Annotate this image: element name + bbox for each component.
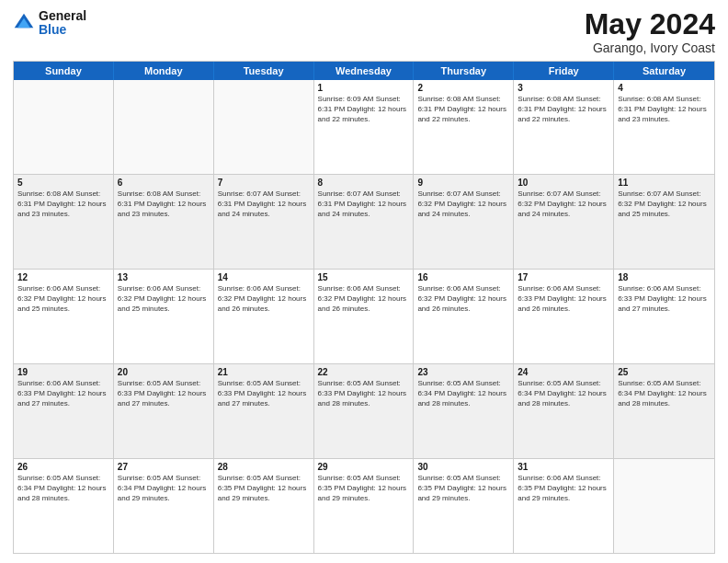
day-number: 19 [17, 367, 109, 377]
day-info: Sunrise: 6:08 AM Sunset: 6:31 PM Dayligh… [118, 190, 210, 219]
day-cell-18: 18Sunrise: 6:06 AM Sunset: 6:33 PM Dayli… [614, 270, 714, 363]
day-info: Sunrise: 6:05 AM Sunset: 6:33 PM Dayligh… [318, 379, 410, 408]
empty-cell [614, 459, 714, 553]
day-cell-22: 22Sunrise: 6:05 AM Sunset: 6:33 PM Dayli… [314, 364, 415, 458]
day-info: Sunrise: 6:05 AM Sunset: 6:34 PM Dayligh… [118, 474, 210, 503]
day-cell-30: 30Sunrise: 6:05 AM Sunset: 6:35 PM Dayli… [414, 459, 514, 553]
day-info: Sunrise: 6:08 AM Sunset: 6:31 PM Dayligh… [17, 190, 109, 219]
day-number: 4 [618, 83, 711, 93]
day-number: 5 [17, 178, 109, 188]
day-cell-14: 14Sunrise: 6:06 AM Sunset: 6:32 PM Dayli… [214, 270, 314, 363]
week-row-2: 5Sunrise: 6:08 AM Sunset: 6:31 PM Daylig… [14, 175, 714, 270]
day-cell-24: 24Sunrise: 6:05 AM Sunset: 6:34 PM Dayli… [514, 364, 614, 458]
day-number: 26 [17, 462, 109, 472]
day-number: 12 [17, 272, 109, 282]
day-info: Sunrise: 6:06 AM Sunset: 6:33 PM Dayligh… [618, 284, 711, 314]
header: General Blue May 2024 Garango, Ivory Coa… [13, 9, 715, 55]
day-cell-23: 23Sunrise: 6:05 AM Sunset: 6:34 PM Dayli… [414, 364, 514, 458]
day-number: 6 [118, 178, 210, 188]
day-cell-9: 9Sunrise: 6:07 AM Sunset: 6:32 PM Daylig… [414, 175, 514, 269]
week-row-1: 1Sunrise: 6:09 AM Sunset: 6:31 PM Daylig… [14, 80, 714, 175]
day-info: Sunrise: 6:06 AM Sunset: 6:33 PM Dayligh… [518, 284, 609, 314]
day-number: 28 [218, 462, 310, 472]
day-number: 17 [518, 272, 609, 282]
month-year: May 2024 [585, 9, 715, 39]
day-number: 24 [518, 367, 609, 377]
calendar: SundayMondayTuesdayWednesdayThursdayFrid… [13, 61, 715, 554]
logo-general: General [39, 9, 86, 23]
day-info: Sunrise: 6:05 AM Sunset: 6:34 PM Dayligh… [417, 379, 509, 408]
week-row-3: 12Sunrise: 6:06 AM Sunset: 6:32 PM Dayli… [14, 270, 714, 364]
day-number: 1 [318, 83, 410, 93]
day-cell-27: 27Sunrise: 6:05 AM Sunset: 6:34 PM Dayli… [114, 459, 214, 553]
day-info: Sunrise: 6:05 AM Sunset: 6:35 PM Dayligh… [318, 474, 410, 503]
day-cell-21: 21Sunrise: 6:05 AM Sunset: 6:33 PM Dayli… [214, 364, 314, 458]
day-info: Sunrise: 6:08 AM Sunset: 6:31 PM Dayligh… [618, 95, 711, 124]
day-number: 7 [218, 178, 310, 188]
day-number: 30 [417, 462, 509, 472]
day-cell-3: 3Sunrise: 6:08 AM Sunset: 6:31 PM Daylig… [514, 80, 614, 174]
day-headers: SundayMondayTuesdayWednesdayThursdayFrid… [14, 62, 714, 80]
day-number: 14 [218, 272, 310, 282]
week-row-4: 19Sunrise: 6:06 AM Sunset: 6:33 PM Dayli… [14, 364, 714, 459]
calendar-body: 1Sunrise: 6:09 AM Sunset: 6:31 PM Daylig… [14, 80, 714, 553]
logo: General Blue [13, 9, 86, 38]
day-cell-5: 5Sunrise: 6:08 AM Sunset: 6:31 PM Daylig… [14, 175, 114, 269]
empty-cell [114, 80, 214, 174]
day-cell-10: 10Sunrise: 6:07 AM Sunset: 6:32 PM Dayli… [514, 175, 614, 269]
day-info: Sunrise: 6:05 AM Sunset: 6:35 PM Dayligh… [417, 474, 509, 503]
day-number: 25 [618, 367, 711, 377]
day-header-sunday: Sunday [14, 62, 114, 80]
day-info: Sunrise: 6:07 AM Sunset: 6:31 PM Dayligh… [218, 190, 310, 219]
day-header-thursday: Thursday [414, 62, 514, 80]
day-number: 18 [618, 272, 711, 282]
week-row-5: 26Sunrise: 6:05 AM Sunset: 6:34 PM Dayli… [14, 459, 714, 553]
day-cell-13: 13Sunrise: 6:06 AM Sunset: 6:32 PM Dayli… [114, 270, 214, 363]
day-number: 23 [417, 367, 509, 377]
day-info: Sunrise: 6:06 AM Sunset: 6:32 PM Dayligh… [118, 284, 210, 314]
day-info: Sunrise: 6:08 AM Sunset: 6:31 PM Dayligh… [417, 95, 509, 124]
day-header-wednesday: Wednesday [314, 62, 415, 80]
day-header-monday: Monday [114, 62, 214, 80]
day-header-friday: Friday [514, 62, 614, 80]
day-info: Sunrise: 6:06 AM Sunset: 6:33 PM Dayligh… [17, 379, 109, 408]
day-number: 22 [318, 367, 410, 377]
day-cell-12: 12Sunrise: 6:06 AM Sunset: 6:32 PM Dayli… [14, 270, 114, 363]
day-cell-19: 19Sunrise: 6:06 AM Sunset: 6:33 PM Dayli… [14, 364, 114, 458]
day-cell-28: 28Sunrise: 6:05 AM Sunset: 6:35 PM Dayli… [214, 459, 314, 553]
day-info: Sunrise: 6:06 AM Sunset: 6:32 PM Dayligh… [417, 284, 509, 314]
day-info: Sunrise: 6:05 AM Sunset: 6:34 PM Dayligh… [17, 474, 109, 503]
day-cell-6: 6Sunrise: 6:08 AM Sunset: 6:31 PM Daylig… [114, 175, 214, 269]
day-cell-31: 31Sunrise: 6:06 AM Sunset: 6:35 PM Dayli… [514, 459, 614, 553]
day-info: Sunrise: 6:06 AM Sunset: 6:35 PM Dayligh… [518, 474, 609, 503]
day-cell-8: 8Sunrise: 6:07 AM Sunset: 6:31 PM Daylig… [314, 175, 415, 269]
day-number: 3 [518, 83, 609, 93]
title-block: May 2024 Garango, Ivory Coast [585, 9, 715, 55]
day-info: Sunrise: 6:07 AM Sunset: 6:31 PM Dayligh… [318, 190, 410, 219]
day-cell-1: 1Sunrise: 6:09 AM Sunset: 6:31 PM Daylig… [314, 80, 415, 174]
day-number: 20 [118, 367, 210, 377]
day-info: Sunrise: 6:08 AM Sunset: 6:31 PM Dayligh… [518, 95, 609, 124]
logo-text: General Blue [39, 9, 86, 38]
empty-cell [214, 80, 314, 174]
day-number: 8 [318, 178, 410, 188]
logo-icon [13, 12, 35, 34]
day-number: 27 [118, 462, 210, 472]
page: General Blue May 2024 Garango, Ivory Coa… [0, 0, 728, 563]
day-cell-11: 11Sunrise: 6:07 AM Sunset: 6:32 PM Dayli… [614, 175, 714, 269]
day-cell-2: 2Sunrise: 6:08 AM Sunset: 6:31 PM Daylig… [414, 80, 514, 174]
day-info: Sunrise: 6:07 AM Sunset: 6:32 PM Dayligh… [518, 190, 609, 219]
day-info: Sunrise: 6:05 AM Sunset: 6:33 PM Dayligh… [118, 379, 210, 408]
day-number: 29 [318, 462, 410, 472]
day-number: 15 [318, 272, 410, 282]
day-info: Sunrise: 6:07 AM Sunset: 6:32 PM Dayligh… [618, 190, 711, 219]
day-cell-29: 29Sunrise: 6:05 AM Sunset: 6:35 PM Dayli… [314, 459, 415, 553]
day-cell-16: 16Sunrise: 6:06 AM Sunset: 6:32 PM Dayli… [414, 270, 514, 363]
day-info: Sunrise: 6:05 AM Sunset: 6:34 PM Dayligh… [518, 379, 609, 408]
day-number: 9 [417, 178, 509, 188]
day-number: 2 [417, 83, 509, 93]
day-number: 11 [618, 178, 711, 188]
day-cell-15: 15Sunrise: 6:06 AM Sunset: 6:32 PM Dayli… [314, 270, 415, 363]
day-info: Sunrise: 6:05 AM Sunset: 6:35 PM Dayligh… [218, 474, 310, 503]
day-number: 13 [118, 272, 210, 282]
